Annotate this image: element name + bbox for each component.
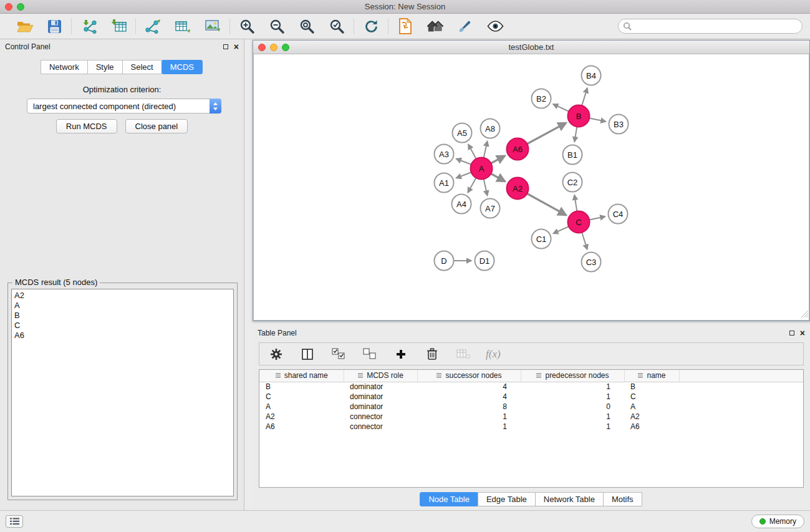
select-all-icon[interactable] — [330, 346, 347, 363]
tab-mcds[interactable]: MCDS — [162, 60, 203, 74]
export-table-icon[interactable] — [174, 17, 191, 35]
function-builder-button[interactable]: f(x) — [486, 348, 501, 360]
table-row[interactable]: Adominator80A — [259, 402, 803, 412]
status-bar: Memory — [0, 510, 810, 532]
column-header-MCDS-role[interactable]: MCDS role — [344, 370, 417, 382]
export-image-icon[interactable] — [204, 17, 221, 35]
mcds-result-item[interactable]: C — [12, 321, 233, 331]
memory-button[interactable]: Memory — [751, 515, 804, 528]
export-network-icon[interactable] — [144, 17, 162, 35]
control-panel-tabs: NetworkStyleSelectMCDS — [0, 60, 244, 74]
graph-node-C1[interactable]: C1 — [531, 229, 552, 249]
graph-node-B1[interactable]: B1 — [562, 145, 583, 165]
table-row[interactable]: Cdominator41C — [259, 392, 803, 402]
graph-node-B[interactable]: B — [567, 105, 591, 128]
search-input[interactable] — [618, 19, 803, 34]
window-title: Session: New Session — [0, 2, 810, 11]
dropdown-stepper-icon — [210, 99, 221, 114]
graph-node-A1[interactable]: A1 — [434, 173, 455, 193]
resize-grip-icon[interactable] — [801, 310, 808, 319]
gear-icon[interactable] — [268, 346, 285, 363]
column-type-icon — [637, 372, 644, 379]
tab-network-table[interactable]: Network Table — [535, 492, 604, 506]
show-columns-icon[interactable] — [299, 346, 316, 363]
graph-node-A6[interactable]: A6 — [506, 138, 529, 161]
close-panel-button[interactable]: Close panel — [125, 119, 188, 133]
table-toolbar: f(x) — [259, 342, 804, 365]
graph-node-A8[interactable]: A8 — [480, 118, 501, 139]
graph-node-B3[interactable]: B3 — [609, 114, 629, 135]
memory-label: Memory — [769, 517, 796, 526]
save-session-icon[interactable] — [46, 17, 63, 35]
column-type-icon — [357, 372, 364, 379]
zoom-in-icon[interactable] — [238, 17, 256, 35]
horizontal-splitter[interactable] — [253, 321, 810, 326]
close-panel-icon[interactable]: × — [234, 44, 239, 50]
graph-node-A[interactable]: A — [470, 157, 493, 180]
graph-node-D[interactable]: D — [434, 251, 455, 271]
delete-column-icon[interactable] — [423, 346, 441, 363]
table-row[interactable]: A6connector11A6 — [259, 422, 803, 432]
vertical-splitter[interactable] — [245, 39, 253, 510]
zoom-out-icon[interactable] — [268, 17, 286, 35]
tab-motifs[interactable]: Motifs — [603, 492, 642, 506]
mcds-result-item[interactable]: A2 — [12, 291, 233, 301]
graph-node-A5[interactable]: A5 — [452, 123, 473, 143]
mcds-result-group: MCDS result (5 nodes) A2ABCA6 — [7, 283, 238, 500]
close-table-panel-icon[interactable]: × — [800, 330, 805, 336]
table-panel: Table Panel × — [253, 326, 810, 510]
graph-node-D1[interactable]: D1 — [475, 251, 495, 271]
add-column-icon[interactable] — [392, 346, 410, 363]
graph-node-C4[interactable]: C4 — [608, 204, 629, 225]
zoom-fit-icon[interactable] — [298, 17, 316, 35]
criterion-select[interactable]: largest connected component (directed) — [27, 99, 221, 114]
document-export-icon[interactable] — [397, 17, 414, 35]
column-header-predecessor-nodes[interactable]: predecessor nodes — [521, 370, 624, 382]
eye-icon[interactable] — [486, 17, 504, 35]
column-header-name[interactable]: name — [624, 370, 679, 382]
refresh-layout-icon[interactable] — [362, 17, 380, 35]
graph-node-C[interactable]: C — [567, 211, 591, 234]
table-panel-header: Table Panel × — [253, 326, 810, 341]
mcds-result-title: MCDS result (5 nodes) — [12, 278, 100, 287]
graph-node-A7[interactable]: A7 — [480, 198, 501, 219]
open-file-icon[interactable] — [16, 17, 33, 35]
graph-node-A4[interactable]: A4 — [451, 194, 472, 215]
graph-node-A3[interactable]: A3 — [434, 144, 455, 165]
tab-edge-table[interactable]: Edge Table — [478, 492, 536, 506]
tab-style[interactable]: Style — [87, 60, 123, 74]
zoom-selected-icon[interactable] — [328, 17, 345, 35]
float-panel-icon[interactable] — [223, 42, 228, 51]
network-canvas[interactable]: B4B2BB3A8A5A6B1A3AA1C2A2A4A7C4CC1C3DD1 — [253, 54, 809, 321]
style-brush-icon[interactable] — [456, 17, 474, 35]
control-panel-header: Control Panel × — [0, 39, 244, 54]
graph-node-B2[interactable]: B2 — [531, 89, 552, 109]
run-mcds-button[interactable]: Run MCDS — [56, 119, 117, 133]
column-header-shared-name[interactable]: shared name — [259, 370, 344, 382]
tab-node-table[interactable]: Node Table — [420, 492, 478, 506]
graph-node-B4[interactable]: B4 — [581, 65, 602, 86]
tab-network[interactable]: Network — [41, 60, 88, 74]
mcds-result-item[interactable]: B — [12, 311, 233, 321]
delete-table-icon — [455, 346, 472, 363]
graph-node-A2[interactable]: A2 — [506, 177, 529, 200]
graph-node-C3[interactable]: C3 — [581, 252, 602, 273]
home-icon[interactable] — [427, 17, 444, 35]
import-table-icon[interactable] — [110, 17, 127, 35]
float-table-panel-icon[interactable] — [789, 329, 794, 337]
mcds-result-list[interactable]: A2ABCA6 — [11, 289, 234, 496]
table-row[interactable]: A2connector11A2 — [259, 412, 803, 422]
list-icon — [10, 518, 19, 525]
graph-node-C2[interactable]: C2 — [562, 172, 583, 193]
table-row[interactable]: Bdominator41B — [259, 382, 803, 392]
task-history-button[interactable] — [6, 515, 23, 528]
search-icon — [623, 22, 632, 32]
import-network-icon[interactable] — [80, 17, 97, 35]
column-type-icon — [275, 372, 281, 379]
deselect-all-icon[interactable] — [361, 346, 378, 363]
mcds-result-item[interactable]: A — [12, 301, 233, 311]
column-header-successor-nodes[interactable]: successor nodes — [417, 370, 521, 382]
mcds-result-item[interactable]: A6 — [12, 331, 233, 341]
tab-select[interactable]: Select — [122, 60, 162, 74]
column-type-icon — [436, 372, 442, 379]
